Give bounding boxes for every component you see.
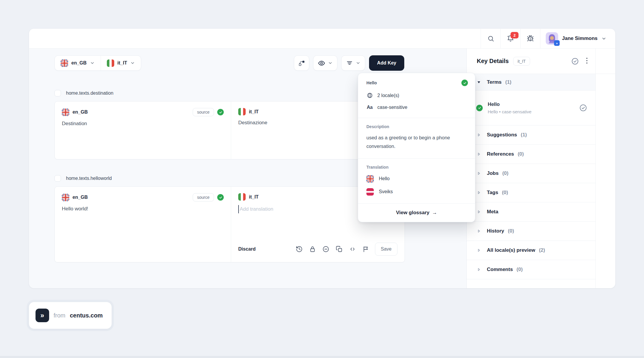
content: en_GB it_IT (29, 49, 615, 288)
topbar: 2 (29, 29, 615, 49)
term-title: Hello (488, 101, 532, 107)
approved-check-icon (217, 194, 224, 201)
triangle-right-icon (477, 248, 481, 252)
term-approve-button[interactable] (579, 104, 587, 112)
save-button[interactable]: Save (375, 243, 397, 256)
triangle-down-icon (477, 80, 481, 84)
exclude-icon[interactable] (322, 246, 329, 253)
section-label: Meta (487, 209, 498, 215)
source-text: Hello world! (62, 206, 224, 212)
app-window: 2 (29, 28, 616, 288)
flag-icon[interactable] (362, 246, 369, 253)
panel-title: Key Details (477, 58, 509, 64)
target-locale-selector[interactable]: it_IT (101, 56, 141, 70)
section-count: (0) (502, 170, 508, 176)
section-suggestions[interactable]: Suggestions (1) (467, 125, 595, 145)
section-count: (1) (521, 132, 527, 138)
uk-flag-icon (62, 194, 69, 201)
source-badge: source (193, 193, 214, 201)
section-count: (0) (516, 267, 523, 272)
italy-flag-icon (107, 59, 114, 67)
approved-check-icon (217, 109, 224, 115)
profile-menu[interactable]: » Jane Simmons (540, 29, 615, 48)
merge-keys-button[interactable] (294, 55, 309, 71)
view-glossary-link[interactable]: View glossary → (358, 203, 475, 222)
bug-icon (527, 35, 534, 42)
translation-row: Hello (366, 175, 467, 183)
toolbar-actions: Add Key (294, 55, 404, 71)
code-icon[interactable] (349, 246, 356, 253)
term-item[interactable]: Hello Hello • case-sensative (467, 91, 595, 125)
section-label: Suggestions (487, 132, 517, 138)
key-checkbox[interactable] (54, 175, 61, 182)
approve-all-button[interactable] (571, 57, 579, 65)
source-text: Destination (62, 121, 224, 127)
eye-icon (318, 59, 325, 67)
section-comments[interactable]: Comments (0) (467, 260, 595, 279)
section-meta[interactable]: Meta (467, 202, 595, 222)
page: 2 (0, 0, 644, 358)
key-details-panel: Key Details it_IT (466, 49, 615, 288)
section-label: History (487, 228, 504, 234)
triangle-right-icon (477, 152, 481, 156)
lock-icon[interactable] (309, 246, 316, 253)
triangle-right-icon (477, 133, 481, 137)
locale-pair-selector: en_GB it_IT (54, 55, 141, 71)
section-label: Tags (487, 190, 498, 195)
locale-chip: it_IT (513, 57, 530, 66)
translation-placeholder: Add translation (240, 206, 273, 212)
section-references[interactable]: References (0) (467, 145, 595, 164)
notifications-button[interactable]: 2 (501, 29, 520, 48)
view-glossary-label: View glossary (396, 210, 429, 216)
attribution-brand: centus.com (70, 312, 103, 319)
translation-row: Sveiks (366, 188, 467, 196)
copy-icon[interactable] (336, 246, 343, 253)
globe-icon (366, 92, 373, 99)
visibility-menu-button[interactable] (313, 55, 337, 71)
history-icon[interactable] (296, 246, 303, 253)
triangle-right-icon (477, 267, 481, 272)
translation-editor-toolbar: Discard (238, 243, 397, 256)
centus-attribution-badge[interactable]: » from centus.com (29, 302, 112, 329)
cell-locale-label: it_IT (249, 194, 259, 200)
key-name: home.texts.helloworld (66, 176, 112, 181)
section-count: (0) (518, 151, 524, 157)
cell-locale-label: en_GB (73, 195, 88, 200)
section-jobs[interactable]: Jobs (0) (467, 164, 595, 183)
search-button[interactable] (481, 29, 500, 48)
triangle-right-icon (477, 191, 481, 195)
discard-button[interactable]: Discard (238, 246, 256, 252)
source-cell[interactable]: en_GB source Hello world! (55, 187, 231, 262)
filter-menu-button[interactable] (341, 55, 365, 71)
italy-flag-icon (238, 108, 246, 115)
add-key-button[interactable]: Add Key (369, 55, 404, 71)
key-checkbox[interactable] (54, 90, 61, 96)
source-locale-selector[interactable]: en_GB (55, 56, 101, 70)
section-history[interactable]: History (0) (467, 222, 595, 241)
term-approved-icon (461, 80, 468, 86)
key-card: en_GB source Hello world! it (54, 186, 405, 262)
section-label: References (487, 151, 514, 157)
section-all-locales-preview[interactable]: All locale(s) preview (2) (467, 241, 595, 260)
section-label: Comments (487, 267, 513, 272)
kebab-menu-button[interactable] (586, 57, 588, 65)
triangle-right-icon (477, 171, 481, 175)
bottom-strip (0, 356, 644, 358)
source-locale-label: en_GB (71, 60, 87, 66)
source-cell[interactable]: en_GB source Destination (55, 101, 231, 159)
chevron-down-icon (130, 61, 135, 65)
cell-locale-label: en_GB (73, 109, 88, 115)
section-tags[interactable]: Tags (0) (467, 183, 595, 202)
text-caret (238, 205, 239, 213)
section-terms[interactable]: Terms (1) (467, 74, 595, 91)
centus-logo-icon: » (36, 309, 49, 322)
avatar: » (546, 32, 558, 45)
description-text: used as a greeting or to begin a phone c… (366, 133, 464, 151)
debug-button[interactable] (521, 29, 540, 48)
uk-flag-icon (366, 175, 374, 183)
triangle-right-icon (477, 229, 481, 233)
chevron-down-icon (601, 36, 606, 41)
cell-locale-label: it_IT (249, 109, 259, 115)
case-sensitive-icon: Aa (366, 105, 373, 110)
term-status-icon (476, 105, 483, 111)
